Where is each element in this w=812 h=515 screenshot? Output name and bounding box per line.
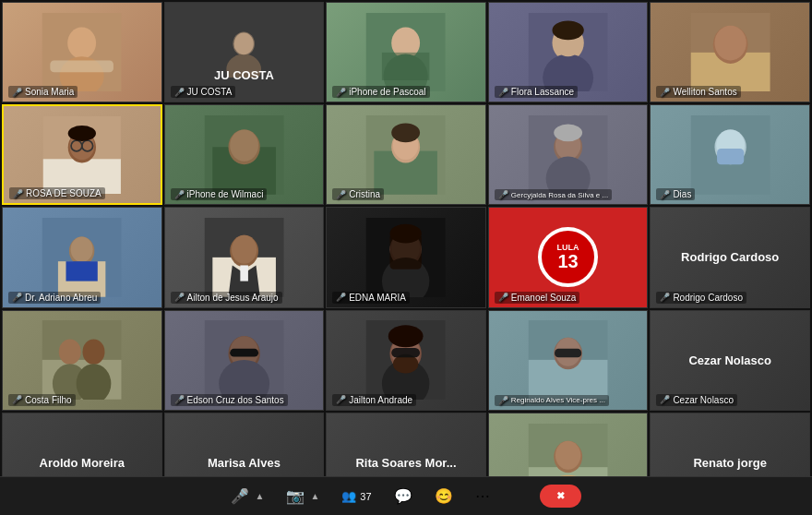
name-dias: 🎤 Dias bbox=[656, 188, 695, 200]
toolbar-camera[interactable]: 📷 ▲ bbox=[286, 487, 319, 505]
bottom-toolbar: 🎤 ▲ 📷 ▲ 👥 37 💬 😊 ⋯ ✖ bbox=[0, 476, 812, 515]
mic-icon-wilma: 🎤 bbox=[174, 190, 185, 199]
mic-icon-dias: 🎤 bbox=[660, 190, 670, 199]
mic-icon-pascoal: 🎤 bbox=[336, 88, 346, 97]
name-jailton: 🎤 Jailton Andrade bbox=[332, 394, 416, 406]
video-grid: 🎤 Sonia Maria JU COSTA 🎤 JU COSTA bbox=[0, 0, 812, 515]
svg-point-66 bbox=[83, 340, 105, 365]
name-iphone-pascoal: 🎤 iPhone de Pascoal bbox=[332, 86, 429, 98]
name-iphone-wilma: 🎤 iPhone de Wilmaci bbox=[171, 188, 268, 200]
name-emanoel: 🎤 Emanoel Souza bbox=[495, 292, 580, 304]
toolbar-reactions[interactable]: 😊 bbox=[435, 487, 453, 505]
cell-reginaldo[interactable]: 🎤 Reginaldo Alves Vice-pres ... bbox=[488, 310, 649, 411]
cell-gercyjalda[interactable]: 🎤 Gercyjalda Rosa da Silva e ... bbox=[488, 104, 649, 205]
toolbar-chat[interactable]: 💬 bbox=[394, 487, 412, 505]
toolbar-more[interactable]: ⋯ bbox=[475, 487, 490, 505]
cell-cezar[interactable]: Cezar Nolasco 🎤 Cezar Nolasco bbox=[650, 310, 810, 411]
svg-point-49 bbox=[71, 237, 93, 262]
svg-point-19 bbox=[714, 25, 746, 60]
name-adriano: 🎤 Dr. Adriano Abreu bbox=[8, 292, 101, 304]
cell-sonia-maria[interactable]: 🎤 Sonia Maria bbox=[2, 2, 162, 102]
toolbar-participants-count[interactable]: 👥 37 bbox=[341, 489, 371, 503]
svg-point-65 bbox=[59, 340, 81, 365]
mic-icon-rodrigo: 🎤 bbox=[660, 293, 670, 302]
svg-point-62 bbox=[390, 224, 422, 244]
name-flora: 🎤 Flora Lassance bbox=[495, 86, 578, 98]
cell-emanoel[interactable]: LULA 13 🎤 Emanoel Souza bbox=[488, 207, 649, 307]
toolbar-mic[interactable]: 🎤 ▲ bbox=[231, 487, 264, 505]
mic-icon-cezar: 🎤 bbox=[660, 395, 670, 404]
cell-dias[interactable]: 🎤 Dias bbox=[650, 104, 810, 205]
svg-point-36 bbox=[392, 123, 421, 142]
name-welliton: 🎤 Welliton Santos bbox=[656, 86, 740, 98]
svg-rect-45 bbox=[717, 149, 744, 164]
svg-point-41 bbox=[554, 124, 582, 141]
mic-icon-rosa: 🎤 bbox=[13, 189, 23, 198]
svg-point-89 bbox=[555, 440, 580, 469]
mic-icon-flora: 🎤 bbox=[498, 88, 508, 97]
cell-ju-costa[interactable]: JU COSTA 🎤 JU COSTA bbox=[164, 2, 325, 102]
name-rosa-de-souza: 🎤 ROSA DE SOUZA bbox=[9, 187, 105, 199]
name-reginaldo: 🎤 Reginaldo Alves Vice-pres ... bbox=[495, 395, 609, 406]
cell-ailton[interactable]: 🎤 Ailton de Jesus Araujo bbox=[164, 207, 325, 307]
svg-rect-56 bbox=[240, 266, 248, 281]
svg-rect-3 bbox=[50, 60, 113, 72]
mic-icon-gercyjalda: 🎤 bbox=[498, 190, 508, 199]
svg-point-6 bbox=[234, 32, 254, 54]
svg-point-31 bbox=[230, 129, 258, 161]
cell-welliton[interactable]: 🎤 Welliton Santos bbox=[650, 2, 810, 102]
cell-rodrigo[interactable]: Rodrigo Cardoso 🎤 Rodrigo Cardoso bbox=[650, 207, 810, 307]
cell-flora[interactable]: 🎤 Flora Lassance bbox=[488, 2, 649, 102]
svg-rect-80 bbox=[392, 348, 421, 357]
svg-point-79 bbox=[388, 325, 424, 347]
cell-costa-filho[interactable]: 🎤 Costa Filho bbox=[2, 310, 162, 411]
cell-iphone-pascoal[interactable]: 🎤 iPhone de Pascoal bbox=[326, 2, 486, 102]
name-rodrigo: 🎤 Rodrigo Cardoso bbox=[656, 292, 746, 304]
svg-point-27 bbox=[68, 126, 96, 141]
svg-point-1 bbox=[67, 27, 96, 58]
cell-adriano[interactable]: 🎤 Dr. Adriano Abreu bbox=[2, 207, 162, 307]
mic-icon-welliton: 🎤 bbox=[660, 88, 670, 97]
cell-cristina[interactable]: 🎤 Cristina bbox=[326, 104, 486, 205]
svg-rect-85 bbox=[555, 349, 581, 357]
svg-rect-73 bbox=[230, 349, 258, 357]
mic-icon-edna: 🎤 bbox=[336, 293, 346, 302]
toolbar-end-call[interactable]: ✖ bbox=[540, 485, 581, 508]
name-cristina: 🎤 Cristina bbox=[332, 188, 384, 200]
svg-rect-10 bbox=[382, 53, 429, 80]
cell-jailton[interactable]: 🎤 Jailton Andrade bbox=[326, 310, 486, 411]
cell-iphone-wilma[interactable]: 🎤 iPhone de Wilmaci bbox=[164, 104, 325, 205]
svg-point-54 bbox=[232, 235, 257, 264]
name-cezar: 🎤 Cezar Nolasco bbox=[656, 394, 737, 406]
cell-rosa-de-souza[interactable]: 🎤 ROSA DE SOUZA bbox=[2, 104, 162, 205]
svg-rect-50 bbox=[66, 261, 98, 281]
name-sonia-maria: 🎤 Sonia Maria bbox=[8, 86, 78, 98]
mic-icon-cristina: 🎤 bbox=[336, 190, 346, 199]
mic-icon-adriano: 🎤 bbox=[12, 293, 22, 302]
svg-point-15 bbox=[552, 20, 583, 40]
mic-icon-reginaldo: 🎤 bbox=[498, 396, 508, 405]
mic-icon-ju: 🎤 bbox=[174, 88, 185, 97]
cell-edna[interactable]: 🎤 EDNA MARIA bbox=[326, 207, 486, 307]
mic-icon-costa: 🎤 bbox=[12, 395, 22, 404]
mic-icon-sonia: 🎤 bbox=[12, 88, 22, 97]
name-edna: 🎤 EDNA MARIA bbox=[332, 292, 410, 304]
mic-icon-edson: 🎤 bbox=[174, 395, 185, 404]
mic-icon-ailton: 🎤 bbox=[174, 293, 185, 302]
mic-icon-jailton: 🎤 bbox=[336, 395, 346, 404]
name-edson: 🎤 Edson Cruz dos Santos bbox=[171, 394, 288, 406]
name-ailton: 🎤 Ailton de Jesus Araujo bbox=[171, 292, 282, 304]
cell-edson[interactable]: 🎤 Edson Cruz dos Santos bbox=[164, 310, 325, 411]
name-costa-filho: 🎤 Costa Filho bbox=[8, 394, 76, 406]
name-ju-costa: 🎤 JU COSTA bbox=[171, 86, 236, 98]
name-gercyjalda: 🎤 Gercyjalda Rosa da Silva e ... bbox=[495, 189, 612, 200]
mic-icon-emanoel: 🎤 bbox=[498, 293, 508, 302]
